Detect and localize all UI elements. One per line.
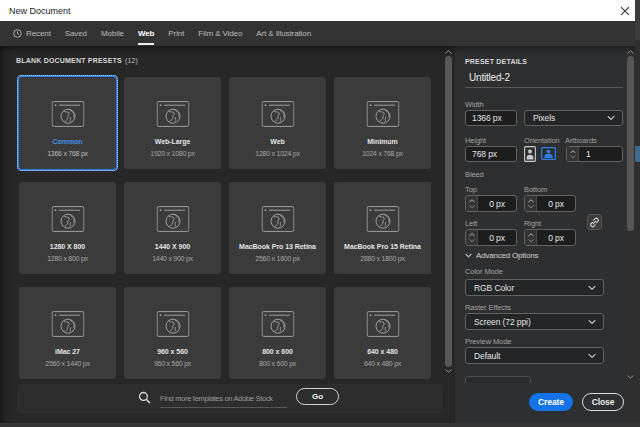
scroll-down-icon[interactable] [445,367,452,375]
stock-search-input[interactable]: Find more templates on Adobe Stock [160,389,287,408]
raster-effects-label: Raster Effects [465,303,511,312]
color-mode-dropdown[interactable]: RGB Color [465,279,604,296]
width-input[interactable]: 1366 px [465,110,517,126]
tab-mobile[interactable]: Mobile [101,21,124,46]
preset-name: 640 x 480 [334,348,431,355]
bleed-bottom-stepper[interactable]: 0 px [524,195,576,212]
window-close-button[interactable] [615,0,635,21]
preset-card-macbook-pro-13-retina[interactable]: MacBook Pro 13 Retina 2560 x 1600 px [229,182,326,274]
stepper-buttons[interactable] [466,230,478,245]
web-browser-globe-icon [366,311,399,337]
preset-card-800-x-600[interactable]: 800 x 600 800 x 600 px [229,287,326,379]
tab-label: Web [138,29,154,38]
preview-mode-value: Default [474,351,500,361]
orientation-landscape-button[interactable] [541,147,556,160]
tab-art-illustration[interactable]: Art & Illustration [256,21,311,46]
stock-search-placeholder: Find more templates on Adobe Stock [160,394,273,403]
stepper-buttons[interactable] [466,196,478,211]
search-icon [138,391,151,404]
web-browser-globe-icon [156,311,189,337]
stepper-up-icon [469,199,475,203]
category-tabbar: RecentSavedMobileWebPrintFilm & VideoArt… [0,21,635,46]
bleed-right-stepper[interactable]: 0 px [524,229,576,246]
units-value: Pixels [533,113,555,123]
create-button[interactable]: Create [529,393,573,411]
tab-label: Recent [26,29,51,38]
preset-dimensions: 960 x 560 px [124,360,221,367]
web-browser-globe-icon [261,101,294,127]
preset-dimensions: 1366 x 768 px [19,150,116,157]
bleed-link-button[interactable] [587,214,602,230]
tab-label: Film & Video [198,29,242,38]
preset-card-1280-x-800[interactable]: 1280 X 800 1280 x 800 px [19,182,116,274]
orientation-portrait-button[interactable] [524,146,536,162]
preset-dimensions: 2560 x 1600 px [229,255,326,262]
bleed-top-stepper[interactable]: 0 px [465,195,517,212]
scroll-up-icon[interactable] [627,48,634,56]
stepper-up-icon [528,233,534,237]
tab-film-video[interactable]: Film & Video [198,21,242,46]
window-title: New Document [9,6,71,16]
stepper-buttons[interactable] [525,196,537,211]
link-icon [589,217,600,228]
preset-card-imac-27[interactable]: iMac 27 2560 x 1440 px [19,287,116,379]
background-app-blue-segment [635,146,640,162]
preset-card-minimum[interactable]: Minimum 1024 x 768 px [334,77,431,169]
bleed-left-label: Left [465,219,477,228]
presets-count: (12) [125,57,138,64]
presets-header-label: BLANK DOCUMENT PRESETS [16,57,122,64]
scroll-up-icon[interactable] [445,48,452,56]
bleed-left-value[interactable]: 0 px [478,230,516,245]
scroll-down-icon[interactable] [627,373,634,381]
artboards-stepper-buttons[interactable] [567,147,579,161]
tab-print[interactable]: Print [168,21,184,46]
details-scrollview: PRESET DETAILS Untitled-2 Width 1366 px … [455,46,635,383]
bleed-top-value[interactable]: 0 px [478,196,516,211]
bleed-right-value[interactable]: 0 px [537,230,575,245]
web-browser-globe-icon [51,206,84,232]
web-browser-globe-icon [156,206,189,232]
details-scrollbar-thumb[interactable] [627,56,634,231]
preset-dimensions: 1280 x 800 px [19,255,116,262]
preset-name: iMac 27 [19,348,116,355]
width-label: Width [465,100,484,109]
go-button[interactable]: Go [296,388,339,405]
document-name-input[interactable]: Untitled-2 [465,68,623,88]
preset-card-macbook-pro-15-retina[interactable]: MacBook Pro 15 Retina 2880 x 1800 px [334,182,431,274]
advanced-options-toggle[interactable]: Advanced Options [465,251,538,260]
more-settings-button-clipped[interactable] [465,376,531,383]
height-input[interactable]: 768 px [465,146,517,162]
artboards-value[interactable]: 1 [579,147,622,161]
presets-scrollbar[interactable] [445,48,452,375]
preset-name: MacBook Pro 15 Retina [334,243,431,250]
web-browser-globe-icon [51,101,84,127]
tab-recent[interactable]: Recent [13,21,51,46]
tab-web[interactable]: Web [138,21,154,46]
web-browser-globe-icon [366,101,399,127]
artboards-label: Artboards [565,136,597,145]
tab-label: Mobile [101,29,124,38]
preset-name: MacBook Pro 13 Retina [229,243,326,250]
preset-card-960-x-560[interactable]: 960 x 560 960 x 560 px [124,287,221,379]
details-footer: Create Close [455,383,635,423]
preset-card-1440-x-900[interactable]: 1440 X 900 1440 x 900 px [124,182,221,274]
raster-effects-dropdown[interactable]: Screen (72 ppi) [465,313,604,330]
units-dropdown[interactable]: Pixels [524,110,623,126]
bleed-left-stepper[interactable]: 0 px [465,229,517,246]
bleed-bottom-value[interactable]: 0 px [537,196,575,211]
tab-saved[interactable]: Saved [65,21,87,46]
preset-dimensions: 1024 x 768 px [334,150,431,157]
preset-dimensions: 2880 x 1800 px [334,255,431,262]
stepper-buttons[interactable] [525,230,537,245]
presets-panel: BLANK DOCUMENT PRESETS(12) Common 1366 x… [0,46,455,423]
details-scrollbar[interactable] [627,48,634,381]
preset-card-web-large[interactable]: Web-Large 1920 x 1080 px [124,77,221,169]
preset-card-common[interactable]: Common 1366 x 768 px [19,77,116,169]
close-button[interactable]: Close [582,393,624,411]
presets-scrollbar-thumb[interactable] [445,56,452,367]
preview-mode-dropdown[interactable]: Default [465,347,604,364]
artboards-stepper[interactable]: 1 [566,146,623,162]
preset-card-640-x-480[interactable]: 640 x 480 640 x 480 px [334,287,431,379]
preset-card-web[interactable]: Web 1280 x 1024 px [229,77,326,169]
preset-dimensions: 1920 x 1080 px [124,150,221,157]
